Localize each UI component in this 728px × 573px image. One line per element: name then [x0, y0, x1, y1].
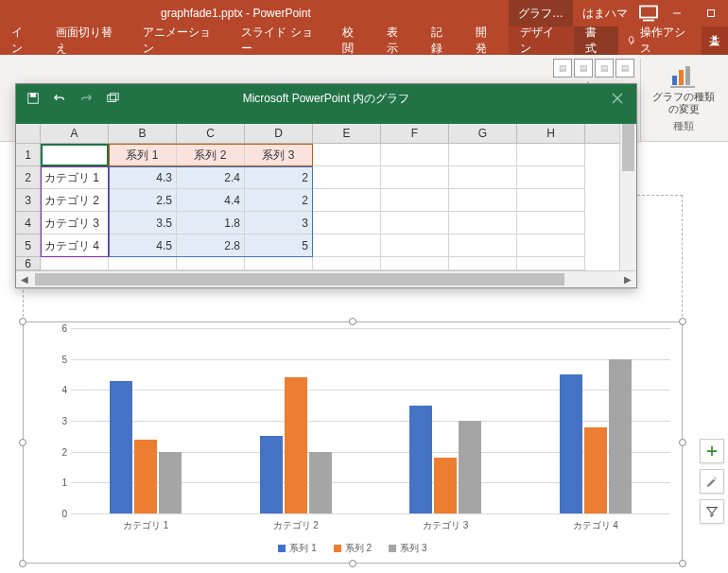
- share-button[interactable]: 共: [702, 26, 728, 55]
- tab-developer[interactable]: 開発: [464, 26, 509, 55]
- legend-item[interactable]: 系列 2: [334, 542, 372, 555]
- bar-series-1[interactable]: [409, 406, 432, 513]
- data-gallery-icon[interactable]: ▤: [615, 59, 634, 78]
- bar-series-3[interactable]: [159, 452, 182, 513]
- resize-handle[interactable]: [19, 439, 26, 446]
- change-chart-type-button[interactable]: グラフの種類 の変更: [647, 59, 720, 117]
- row-header[interactable]: 3: [16, 189, 41, 212]
- cell[interactable]: カテゴリ 1: [41, 166, 109, 189]
- data-window-titlebar[interactable]: Microsoft PowerPoint 内のグラフ: [16, 84, 636, 113]
- cell[interactable]: 1.8: [177, 212, 245, 234]
- cell[interactable]: 系列 1: [109, 144, 177, 166]
- scroll-right-icon[interactable]: ▶: [619, 271, 636, 287]
- cell[interactable]: [517, 189, 585, 212]
- bar-series-2[interactable]: [584, 427, 607, 513]
- cell[interactable]: [313, 189, 381, 212]
- cell[interactable]: 系列 3: [245, 144, 313, 166]
- row-header[interactable]: 2: [16, 166, 41, 189]
- tab-view[interactable]: 表示: [375, 26, 420, 55]
- col-header[interactable]: B: [109, 124, 177, 143]
- cell[interactable]: [313, 144, 381, 166]
- cell[interactable]: 5: [245, 234, 313, 257]
- cell[interactable]: [449, 189, 517, 212]
- legend-item[interactable]: 系列 1: [278, 542, 316, 555]
- cell[interactable]: [449, 166, 517, 189]
- cell[interactable]: 2: [245, 189, 313, 212]
- cell[interactable]: 2.5: [109, 189, 177, 212]
- resize-handle[interactable]: [349, 318, 356, 325]
- col-header[interactable]: H: [517, 124, 585, 143]
- maximize-button[interactable]: [694, 0, 728, 26]
- cell[interactable]: 3: [245, 212, 313, 234]
- resize-handle[interactable]: [679, 439, 686, 446]
- select-all-cell[interactable]: [16, 124, 41, 143]
- cell[interactable]: [517, 234, 585, 257]
- plot-area[interactable]: 0123456カテゴリ 1カテゴリ 2カテゴリ 3カテゴリ 4: [71, 328, 670, 513]
- resize-handle[interactable]: [679, 560, 686, 567]
- cell[interactable]: 4.5: [109, 234, 177, 257]
- cell[interactable]: カテゴリ 4: [41, 234, 109, 257]
- bar-series-2[interactable]: [285, 377, 307, 513]
- cell[interactable]: [109, 257, 177, 270]
- bar-series-3[interactable]: [609, 359, 632, 513]
- tab-chart-design[interactable]: デザイン: [509, 26, 575, 55]
- col-header[interactable]: C: [177, 124, 245, 143]
- cell[interactable]: [449, 234, 517, 257]
- cell[interactable]: [313, 257, 381, 270]
- tab-recording[interactable]: 記録: [420, 26, 464, 55]
- cell[interactable]: [381, 234, 449, 257]
- cell[interactable]: [381, 166, 449, 189]
- account-name[interactable]: はまハマ: [573, 6, 637, 22]
- cell[interactable]: [313, 212, 381, 234]
- chart-object[interactable]: 0123456カテゴリ 1カテゴリ 2カテゴリ 3カテゴリ 4 系列 1系列 2…: [23, 321, 683, 564]
- cell[interactable]: [517, 257, 585, 270]
- spreadsheet[interactable]: A B C D E F G H 1 2 3 4 5 6: [16, 124, 636, 287]
- cell[interactable]: [449, 144, 517, 166]
- resize-handle[interactable]: [679, 318, 686, 325]
- expand-data-icon[interactable]: [101, 87, 124, 110]
- tab-review[interactable]: 校閲: [331, 26, 375, 55]
- cell[interactable]: [41, 144, 109, 166]
- cell[interactable]: [313, 234, 381, 257]
- chart-elements-button[interactable]: [700, 439, 724, 463]
- cell[interactable]: カテゴリ 3: [41, 212, 109, 234]
- cell[interactable]: 3.5: [109, 212, 177, 234]
- chart-styles-button[interactable]: [700, 469, 724, 494]
- bar-series-2[interactable]: [434, 458, 457, 513]
- bar-series-1[interactable]: [260, 436, 283, 513]
- cell[interactable]: [381, 257, 449, 270]
- bar-series-3[interactable]: [459, 421, 481, 513]
- chart-data-window[interactable]: Microsoft PowerPoint 内のグラフ A B C D E F G…: [15, 83, 637, 288]
- resize-handle[interactable]: [349, 560, 356, 567]
- tab-transitions[interactable]: 画面切り替え: [44, 26, 131, 55]
- bar-series-2[interactable]: [134, 440, 157, 513]
- tab-insert-partial[interactable]: イン: [0, 26, 44, 55]
- col-header[interactable]: F: [381, 124, 449, 143]
- tab-slideshow[interactable]: スライド ショー: [230, 26, 331, 55]
- cell[interactable]: [177, 257, 245, 270]
- chart-legend[interactable]: 系列 1系列 2系列 3: [24, 542, 682, 555]
- cell[interactable]: [313, 166, 381, 189]
- cell[interactable]: [381, 144, 449, 166]
- cell[interactable]: [381, 212, 449, 234]
- cell[interactable]: 4.3: [109, 166, 177, 189]
- legend-item[interactable]: 系列 3: [389, 542, 426, 555]
- row-header[interactable]: 5: [16, 234, 41, 257]
- cell[interactable]: カテゴリ 2: [41, 189, 109, 212]
- bar-series-3[interactable]: [309, 452, 332, 513]
- cell[interactable]: 2: [245, 166, 313, 189]
- cell[interactable]: [449, 212, 517, 234]
- row-header[interactable]: 6: [16, 257, 41, 270]
- data-gallery-icon[interactable]: ▤: [553, 59, 572, 78]
- scroll-left-icon[interactable]: ◀: [16, 271, 33, 287]
- row-header[interactable]: 1: [16, 144, 41, 166]
- minimize-button[interactable]: [660, 0, 694, 26]
- cell[interactable]: [449, 257, 517, 270]
- horizontal-scrollbar[interactable]: ◀ ▶: [16, 270, 636, 287]
- tab-chart-format[interactable]: 書式: [574, 26, 618, 55]
- row-header[interactable]: 4: [16, 212, 41, 234]
- undo-icon[interactable]: [48, 87, 71, 110]
- cell[interactable]: [245, 257, 313, 270]
- col-header[interactable]: D: [245, 124, 313, 143]
- scrollbar-thumb[interactable]: [35, 273, 564, 286]
